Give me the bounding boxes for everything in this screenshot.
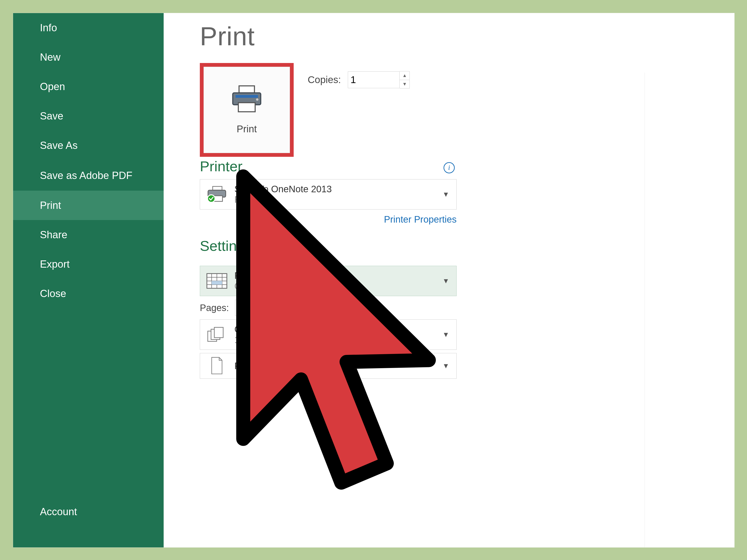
orientation-line1: Portrait Orientation bbox=[234, 361, 451, 371]
pages-from-input[interactable] bbox=[235, 300, 274, 316]
pages-to-input[interactable] bbox=[308, 300, 347, 316]
sidebar-item-save[interactable]: Save bbox=[13, 101, 164, 131]
app-window: Info New Open Save Save As Save as Adobe… bbox=[13, 13, 735, 548]
copies-spinner: ▲ ▼ bbox=[400, 71, 410, 88]
svg-rect-19 bbox=[214, 327, 223, 338]
print-button-label: Print bbox=[237, 124, 257, 135]
svg-rect-2 bbox=[235, 95, 258, 98]
svg-rect-3 bbox=[238, 103, 255, 112]
sidebar-item-open[interactable]: Open bbox=[13, 72, 164, 101]
collation-selector[interactable]: Collated 1,2,3 1,2,3 1,2,3 ▼ bbox=[200, 319, 457, 350]
sidebar-item-close[interactable]: Close bbox=[13, 279, 164, 308]
spin-up[interactable]: ▲ bbox=[276, 300, 285, 308]
print-what-line2: Only print the current selecti… bbox=[234, 281, 451, 291]
svg-rect-16 bbox=[212, 281, 222, 285]
printer-selector[interactable]: Send To OneNote 2013 Ready ▼ bbox=[200, 179, 457, 210]
sidebar-item-save-as[interactable]: Save As bbox=[13, 131, 164, 160]
svg-rect-0 bbox=[239, 86, 254, 93]
copies-down[interactable]: ▼ bbox=[400, 80, 409, 88]
copies-up[interactable]: ▲ bbox=[400, 72, 409, 80]
spin-down[interactable]: ▼ bbox=[349, 308, 358, 316]
spin-down[interactable]: ▼ bbox=[276, 308, 285, 316]
pages-to-label: to bbox=[292, 303, 300, 313]
settings-heading: Settings bbox=[200, 238, 735, 254]
printer-properties-link[interactable]: Printer Properties bbox=[200, 214, 457, 225]
printer-ready-icon bbox=[205, 185, 229, 204]
printer-name: Send To OneNote 2013 bbox=[234, 184, 451, 194]
sidebar-item-export[interactable]: Export bbox=[13, 249, 164, 279]
page-title: Print bbox=[200, 21, 735, 51]
svg-point-4 bbox=[256, 98, 259, 101]
sidebar-item-account[interactable]: Account bbox=[13, 497, 164, 526]
grid-icon bbox=[205, 272, 229, 290]
pages-range-row: Pages: ▲ ▼ to ▲ ▼ bbox=[200, 299, 735, 316]
highlight-box: Print bbox=[200, 63, 294, 157]
sidebar-item-save-as-pdf[interactable]: Save as Adobe PDF bbox=[13, 160, 164, 191]
info-icon[interactable]: i bbox=[443, 162, 455, 174]
orientation-selector[interactable]: Portrait Orientation ▼ bbox=[200, 353, 457, 379]
sidebar-item-print[interactable]: Print bbox=[13, 191, 164, 220]
chevron-down-icon: ▼ bbox=[442, 190, 449, 198]
print-backstage-panel: Print Print C bbox=[164, 13, 735, 548]
backstage-sidebar: Info New Open Save Save As Save as Adobe… bbox=[13, 13, 164, 548]
svg-point-8 bbox=[208, 195, 215, 202]
collated-icon bbox=[205, 325, 229, 344]
svg-rect-5 bbox=[213, 186, 222, 190]
collation-line1: Collated bbox=[234, 324, 451, 335]
collation-line2: 1,2,3 1,2,3 1,2,3 bbox=[234, 335, 451, 345]
copies-input[interactable] bbox=[348, 72, 400, 88]
copies-group: Copies: ▲ ▼ bbox=[308, 71, 410, 88]
chevron-down-icon: ▼ bbox=[442, 331, 449, 339]
pages-label: Pages: bbox=[200, 303, 229, 313]
sidebar-item-share[interactable]: Share bbox=[13, 220, 164, 249]
printer-icon bbox=[229, 85, 264, 114]
print-button[interactable]: Print bbox=[204, 67, 290, 153]
pages-from-spinner: ▲ ▼ bbox=[276, 299, 285, 316]
sidebar-item-new[interactable]: New bbox=[13, 43, 164, 72]
printer-status: Ready bbox=[234, 194, 451, 205]
spin-up[interactable]: ▲ bbox=[349, 300, 358, 308]
portrait-page-icon bbox=[205, 356, 229, 375]
print-what-line1: Print Selection bbox=[234, 270, 451, 281]
chevron-down-icon: ▼ bbox=[442, 362, 449, 370]
chevron-down-icon: ▼ bbox=[442, 277, 449, 285]
printer-heading: Printer bbox=[200, 158, 457, 175]
sidebar-item-info[interactable]: Info bbox=[13, 13, 164, 43]
copies-label: Copies: bbox=[308, 74, 341, 85]
print-what-selector[interactable]: Print Selection Only print the current s… bbox=[200, 266, 457, 296]
pages-to-spinner: ▲ ▼ bbox=[349, 299, 358, 316]
